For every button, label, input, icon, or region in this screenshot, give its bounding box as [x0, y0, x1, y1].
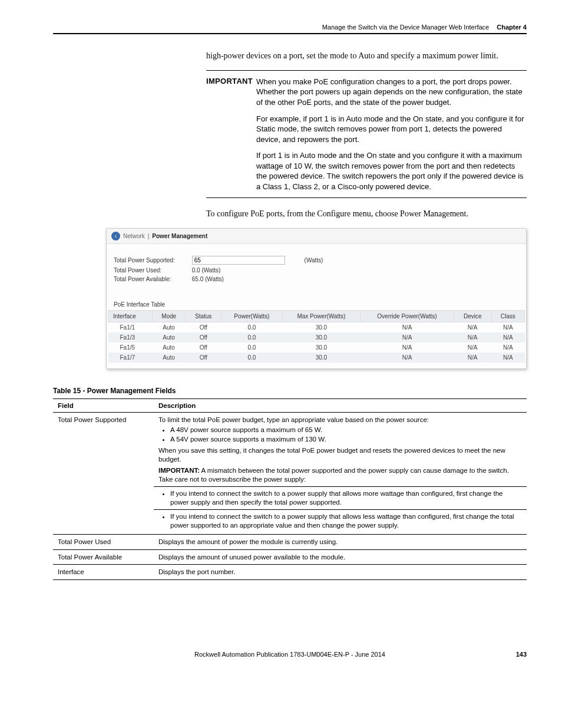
- page-footer: Rockwell Automation Publication 1783-UM0…: [53, 651, 527, 658]
- table-row[interactable]: Fa1/3 Auto Off 0.0 30.0 N/A N/A N/A: [108, 332, 525, 342]
- config-paragraph: To configure PoE ports, from the Configu…: [206, 209, 527, 220]
- field-interface: Interface: [53, 565, 154, 580]
- desc-total-power-supported: To limit the total PoE power budget, typ…: [154, 413, 527, 534]
- important-p2: For example, if port 1 is in Auto mode a…: [256, 114, 527, 145]
- col-class: Class: [491, 311, 524, 322]
- back-icon[interactable]: ‹: [111, 232, 120, 241]
- important-block: IMPORTANT When you make PoE configuratio…: [206, 70, 527, 198]
- total-power-supported-label: Total Power Supported:: [114, 257, 190, 263]
- poe-table-heading: PoE Interface Table: [107, 289, 526, 310]
- col-interface: Interface: [108, 311, 153, 322]
- intro-paragraph: high-power devices on a port, set the mo…: [206, 51, 527, 62]
- desc-interface: Displays the port number.: [154, 565, 527, 580]
- field-total-power-supported: Total Power Supported: [53, 413, 154, 534]
- fields-head-field: Field: [53, 399, 154, 413]
- total-power-supported-unit: (Watts): [305, 257, 323, 263]
- table-row[interactable]: Fa1/5 Auto Off 0.0 30.0 N/A N/A N/A: [108, 342, 525, 353]
- total-power-used-label: Total Power Used:: [114, 267, 190, 274]
- fields-head-desc: Description: [154, 399, 527, 413]
- power-summary: Total Power Supported: (Watts) Total Pow…: [107, 244, 526, 289]
- important-label: IMPORTANT: [206, 77, 256, 192]
- table-row[interactable]: Fa1/1 Auto Off 0.0 30.0 N/A N/A N/A: [108, 322, 525, 333]
- poe-interface-table: Interface Mode Status Power(Watts) Max P…: [108, 310, 525, 363]
- total-power-available-label: Total Power Available:: [114, 276, 190, 282]
- field-total-power-available: Total Power Available: [53, 549, 154, 565]
- important-content: When you make PoE configuration changes …: [256, 77, 527, 192]
- col-override-power: Override Power(Watts): [361, 311, 454, 322]
- col-mode: Mode: [152, 311, 185, 322]
- power-management-screenshot: ‹ Network | Power Management Total Power…: [106, 228, 527, 369]
- field-total-power-used: Total Power Used: [53, 534, 154, 549]
- breadcrumb-power-management: Power Management: [152, 233, 207, 239]
- col-power: Power(Watts): [222, 311, 283, 322]
- power-management-fields-table: Field Description Total Power Supported …: [53, 398, 527, 580]
- col-status: Status: [186, 311, 222, 322]
- total-power-used-value: 0.0 (Watts): [192, 267, 221, 274]
- col-max-power: Max Power(Watts): [282, 311, 361, 322]
- col-device: Device: [454, 311, 491, 322]
- section-title: Manage the Switch via the Device Manager…: [322, 24, 490, 31]
- footer-publication: Rockwell Automation Publication 1783-UM0…: [194, 651, 385, 658]
- screenshot-topbar: ‹ Network | Power Management: [107, 229, 526, 244]
- table-row[interactable]: Fa1/7 Auto Off 0.0 30.0 N/A N/A N/A: [108, 353, 525, 363]
- total-power-supported-input[interactable]: [192, 256, 285, 265]
- desc-total-power-used: Displays the amount of power the module …: [154, 534, 527, 549]
- page-header: Manage the Switch via the Device Manager…: [53, 24, 527, 34]
- total-power-available-value: 65.0 (Watts): [192, 276, 224, 282]
- important-p3: If port 1 is in Auto mode and the On sta…: [256, 150, 527, 192]
- table15-caption: Table 15 - Power Management Fields: [53, 387, 527, 395]
- breadcrumb-sep: |: [148, 233, 150, 239]
- footer-page-number: 143: [516, 651, 527, 658]
- important-p1: When you make PoE configuration changes …: [256, 77, 527, 108]
- chapter-label: Chapter 4: [497, 24, 527, 31]
- breadcrumb-network[interactable]: Network: [123, 233, 145, 239]
- desc-total-power-available: Displays the amount of unused power avai…: [154, 549, 527, 565]
